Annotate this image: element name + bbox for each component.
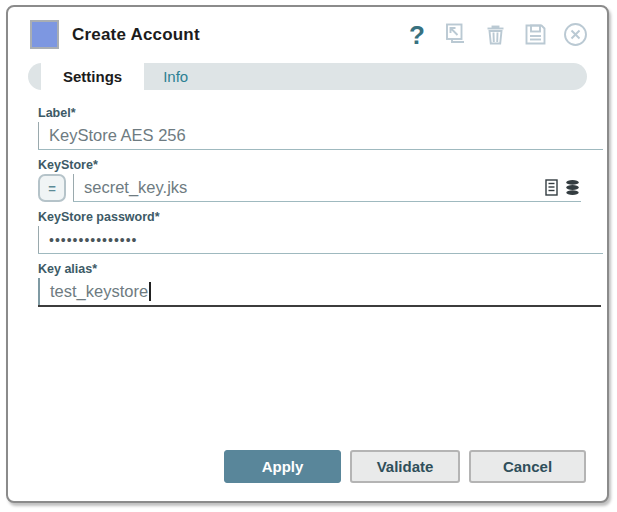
keystore-input[interactable]: secret_key.jks bbox=[73, 174, 581, 202]
create-account-dialog: Create Account ? bbox=[6, 5, 609, 503]
dialog-header: Create Account ? bbox=[8, 7, 607, 55]
label-input[interactable]: KeyStore AES 256 bbox=[38, 122, 603, 150]
trash-icon[interactable] bbox=[482, 21, 509, 48]
help-icon[interactable]: ? bbox=[409, 22, 425, 48]
keystore-input-value: secret_key.jks bbox=[84, 178, 187, 197]
dialog-type-icon bbox=[30, 20, 59, 49]
label-input-value: KeyStore AES 256 bbox=[49, 126, 186, 145]
equals-button[interactable]: = bbox=[38, 174, 66, 202]
tab-bar: Settings Info bbox=[28, 63, 587, 90]
password-input[interactable]: ••••••••••••••• bbox=[38, 226, 603, 254]
password-field-label: KeyStore password* bbox=[38, 210, 603, 224]
export-icon[interactable] bbox=[442, 21, 469, 48]
keystore-row: = secret_key.jks bbox=[38, 174, 603, 202]
alias-input[interactable]: test_keystore bbox=[38, 278, 601, 307]
alias-field-label: Key alias* bbox=[38, 262, 603, 276]
settings-form: Label* KeyStore AES 256 KeyStore* = secr… bbox=[8, 90, 607, 307]
tab-info[interactable]: Info bbox=[144, 63, 207, 90]
input-left-border bbox=[38, 122, 39, 149]
header-toolbar: ? bbox=[409, 21, 589, 48]
close-icon[interactable] bbox=[562, 21, 589, 48]
label-field-label: Label* bbox=[38, 106, 603, 120]
alias-input-value: test_keystore bbox=[50, 282, 148, 301]
text-caret bbox=[149, 282, 151, 301]
database-icon[interactable] bbox=[564, 179, 581, 196]
input-left-border bbox=[38, 278, 40, 305]
apply-button[interactable]: Apply bbox=[224, 450, 341, 483]
dialog-title: Create Account bbox=[72, 25, 409, 45]
input-left-border bbox=[73, 174, 74, 201]
keystore-field-label: KeyStore* bbox=[38, 158, 603, 172]
validate-button[interactable]: Validate bbox=[350, 450, 460, 483]
document-icon[interactable] bbox=[544, 179, 561, 196]
cancel-button[interactable]: Cancel bbox=[469, 450, 586, 483]
content-spacer bbox=[8, 307, 607, 450]
save-icon[interactable] bbox=[522, 21, 549, 48]
tab-settings[interactable]: Settings bbox=[41, 63, 144, 90]
password-input-value: ••••••••••••••• bbox=[49, 232, 138, 248]
footer-buttons: Apply Validate Cancel bbox=[8, 450, 607, 501]
input-left-border bbox=[38, 226, 39, 253]
